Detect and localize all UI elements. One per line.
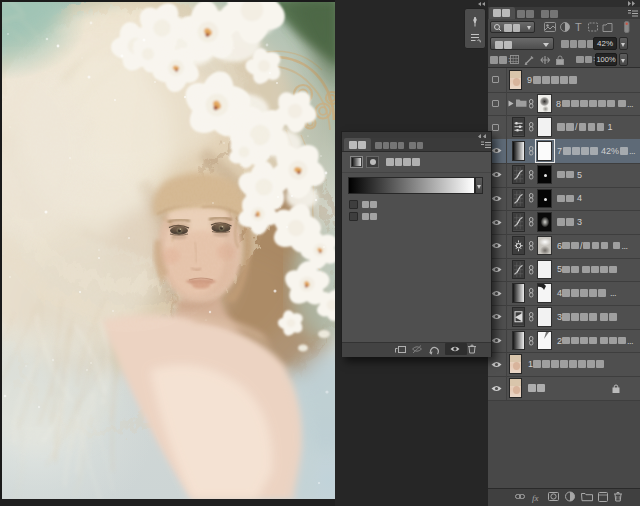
svg-text:fx: fx — [532, 493, 539, 503]
svg-text:T: T — [575, 21, 582, 33]
